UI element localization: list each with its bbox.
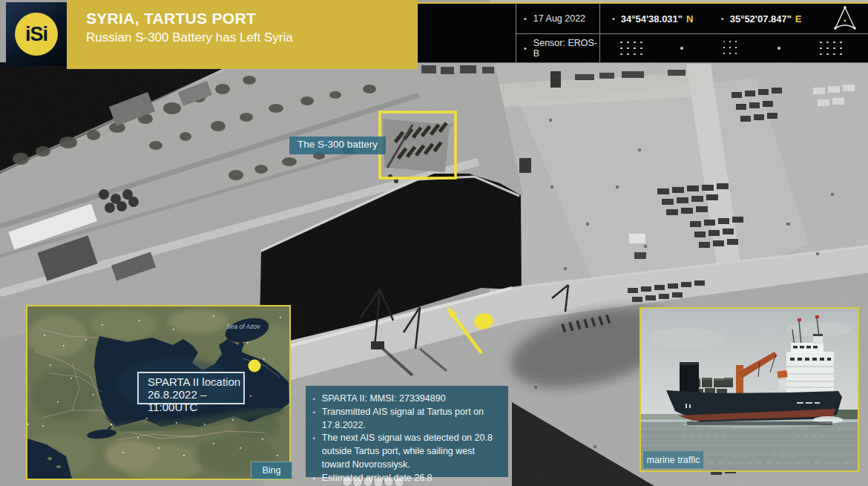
ais-info-item: ▪Estimated arrival date 26.8 [313, 472, 501, 485]
ais-info-item: ▪The next AIS signal was detected on 20.… [313, 432, 501, 471]
sparta-location-box: SPARTA II location 26.8.2022 – 11:00UTC [137, 372, 245, 404]
watermark-text [643, 469, 710, 471]
sparta-ship-photo [641, 309, 858, 470]
bullet-icon: • [721, 14, 724, 23]
bullet-icon: ▪ [313, 393, 315, 406]
dot-icon [777, 47, 780, 50]
latitude: 34°54'38.031"N [621, 13, 694, 24]
bullet-icon: • [524, 14, 527, 23]
ais-info-list: ▪SPARTA II: MMSI: 273394890▪Transmitted … [313, 393, 501, 485]
bullet-icon: ▪ [313, 406, 315, 433]
bullet-icon: ▪ [313, 432, 315, 471]
sensor-cell: • Sensor: EROS-B [516, 34, 600, 62]
sea-of-azov-label: Sea of Azov [226, 323, 260, 330]
map-inset: Sea of Azov Black Sea SPARTA II location… [26, 305, 291, 480]
dot-icon [680, 47, 683, 50]
ais-info-box: ▪SPARTA II: MMSI: 273394890▪Transmitted … [306, 386, 508, 477]
bullet-icon: • [524, 44, 527, 53]
latitude-direction: N [686, 13, 693, 24]
s300-battery-label: The S-300 battery [289, 137, 386, 154]
ais-info-item: ▪Transmitted AIS signal at Tartus port o… [313, 406, 501, 433]
sensor-name: Sensor: EROS-B [533, 38, 599, 59]
bullet-icon: • [612, 14, 615, 23]
sparta-map-dot [249, 360, 261, 372]
bullet-icon: ▪ [313, 472, 315, 485]
ais-info-item: ▪SPARTA II: MMSI: 273394890 [313, 393, 501, 406]
dot-cluster-icon [721, 39, 740, 58]
report-title: SYRIA, TARTUS PORT [86, 10, 418, 27]
report-subtitle: Russian S-300 Battery has Left Syria [86, 30, 418, 45]
north-arrow-icon [829, 4, 861, 33]
sparta-location-time: 26.8.2022 – 11:00UTC [148, 388, 243, 413]
bing-attribution: Bing [251, 462, 292, 479]
isi-logo-text: iSi [15, 13, 58, 56]
isi-logo: iSi [6, 2, 67, 66]
coordinates-cell: • 34°54'38.031"N • 35°52'07.847"E [600, 4, 868, 33]
header-banner: SYRIA, TARTUS PORT Russian S-300 Battery… [67, 0, 418, 69]
ship-photo-inset: marine traffic [640, 307, 859, 472]
capture-date: 17 Aug 2022 [533, 13, 585, 24]
marine-traffic-label: marine traffic [643, 451, 703, 468]
metadata-bar: • 17 Aug 2022 • 34°54'38.031"N • 35°52'0… [418, 2, 868, 63]
dot-grid-icon [818, 39, 843, 58]
dot-grid-icon [618, 39, 643, 58]
capture-date-cell: • 17 Aug 2022 [516, 4, 600, 33]
longitude-direction: E [795, 13, 802, 24]
black-sea-label: Black Sea [204, 381, 231, 387]
longitude: 35°52'07.847"E [730, 13, 802, 24]
report-slide: iSi SYRIA, TARTUS PORT Russian S-300 Bat… [0, 0, 868, 486]
